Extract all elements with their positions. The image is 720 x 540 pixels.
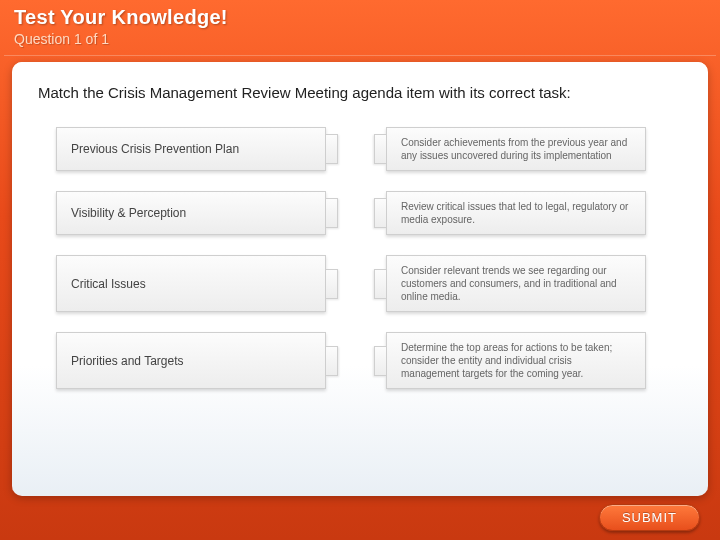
- footer-bar: SUBMIT: [0, 496, 720, 531]
- connector-left-icon: [326, 134, 338, 164]
- connector-right-icon: [374, 198, 386, 228]
- match-row: Previous Crisis Prevention Plan Consider…: [56, 127, 664, 171]
- agenda-item-card[interactable]: Critical Issues: [56, 255, 326, 312]
- match-row: Critical Issues Consider relevant trends…: [56, 255, 664, 312]
- drop-gap[interactable]: [326, 127, 386, 171]
- task-card[interactable]: Determine the top areas for actions to b…: [386, 332, 646, 389]
- connector-right-icon: [374, 269, 386, 299]
- question-prompt: Match the Crisis Management Review Meeti…: [38, 84, 682, 101]
- connector-right-icon: [374, 346, 386, 376]
- question-panel: Match the Crisis Management Review Meeti…: [12, 62, 708, 496]
- match-rows: Previous Crisis Prevention Plan Consider…: [38, 127, 682, 389]
- submit-button[interactable]: SUBMIT: [599, 504, 700, 531]
- match-row: Priorities and Targets Determine the top…: [56, 332, 664, 389]
- task-label: Review critical issues that led to legal…: [401, 200, 631, 226]
- agenda-item-card[interactable]: Priorities and Targets: [56, 332, 326, 389]
- quiz-header: Test Your Knowledge! Question 1 of 1: [0, 0, 720, 55]
- header-divider: [4, 55, 716, 56]
- task-card[interactable]: Review critical issues that led to legal…: [386, 191, 646, 235]
- agenda-item-label: Previous Crisis Prevention Plan: [71, 142, 239, 156]
- connector-left-icon: [326, 269, 338, 299]
- question-counter: Question 1 of 1: [14, 31, 706, 47]
- agenda-item-label: Visibility & Perception: [71, 206, 186, 220]
- drop-gap[interactable]: [326, 255, 386, 312]
- connector-left-icon: [326, 346, 338, 376]
- agenda-item-label: Critical Issues: [71, 277, 146, 291]
- task-card[interactable]: Consider achievements from the previous …: [386, 127, 646, 171]
- task-card[interactable]: Consider relevant trends we see regardin…: [386, 255, 646, 312]
- drop-gap[interactable]: [326, 332, 386, 389]
- task-label: Determine the top areas for actions to b…: [401, 341, 631, 380]
- drop-gap[interactable]: [326, 191, 386, 235]
- agenda-item-card[interactable]: Previous Crisis Prevention Plan: [56, 127, 326, 171]
- task-label: Consider achievements from the previous …: [401, 136, 631, 162]
- agenda-item-card[interactable]: Visibility & Perception: [56, 191, 326, 235]
- connector-right-icon: [374, 134, 386, 164]
- quiz-title: Test Your Knowledge!: [14, 6, 706, 29]
- match-row: Visibility & Perception Review critical …: [56, 191, 664, 235]
- task-label: Consider relevant trends we see regardin…: [401, 264, 631, 303]
- connector-left-icon: [326, 198, 338, 228]
- agenda-item-label: Priorities and Targets: [71, 354, 184, 368]
